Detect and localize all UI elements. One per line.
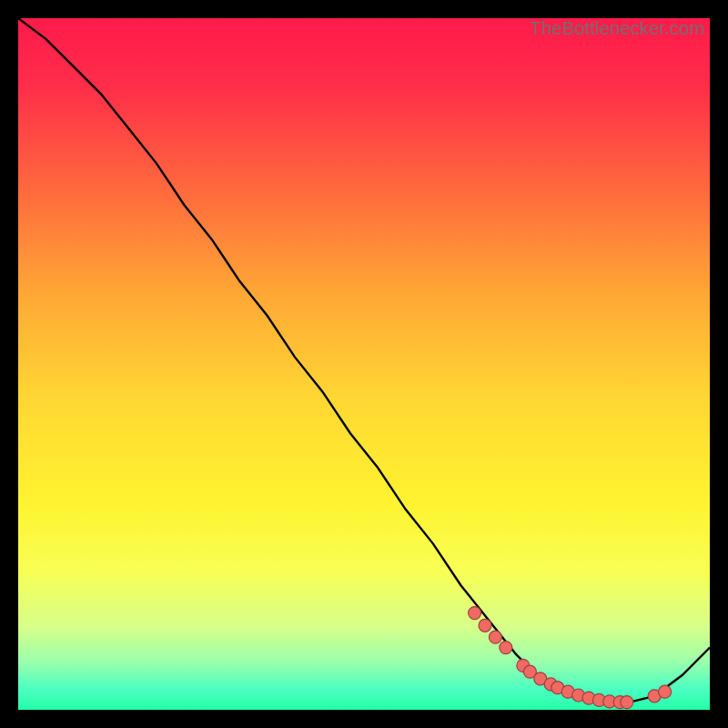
chart-frame: TheBottlenecker.com [18, 18, 710, 710]
highlight-dot [469, 607, 481, 620]
highlight-dot [489, 631, 501, 643]
highlight-dot [479, 619, 491, 632]
highlight-dot [659, 685, 672, 698]
highlight-dot [621, 696, 633, 709]
highlight-dot [500, 642, 512, 654]
bottleneck-chart [18, 18, 710, 710]
watermark-text: TheBottlenecker.com [530, 18, 704, 39]
